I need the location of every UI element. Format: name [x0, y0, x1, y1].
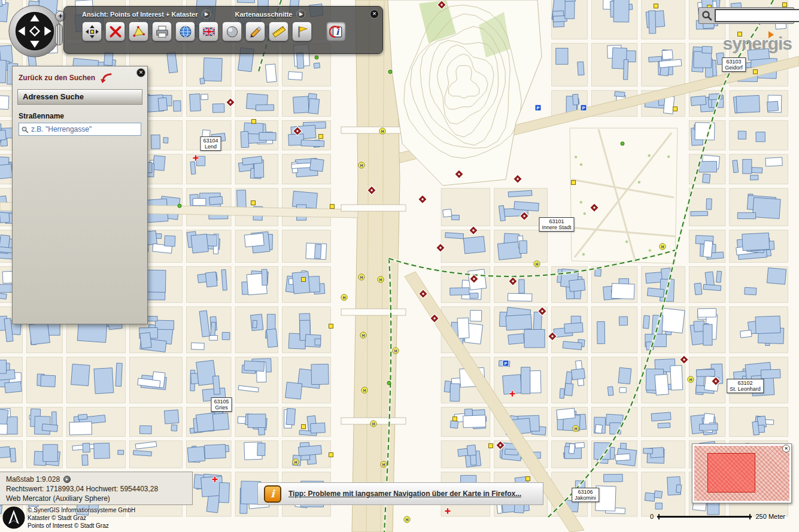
marker-h: H — [381, 461, 387, 467]
svg-text:H: H — [363, 388, 366, 393]
view-menu-arrow-icon[interactable] — [202, 10, 211, 19]
streetname-input-wrap — [19, 123, 141, 136]
scalebar: 0 250 Meter — [650, 511, 785, 522]
marker-h: H — [361, 387, 367, 393]
marker-h: H — [573, 425, 579, 431]
measure-area-tool[interactable] — [129, 22, 148, 41]
pan-compass[interactable] — [7, 4, 62, 59]
svg-text:H: H — [360, 275, 363, 279]
tool-button-row: i — [64, 20, 382, 41]
draw-tool[interactable] — [245, 22, 265, 41]
scale-text: Maßstab 1:9.028 — [6, 475, 60, 484]
print-tool[interactable] — [152, 22, 172, 41]
marker-h: H — [341, 294, 347, 300]
logo-accent-icon — [768, 31, 774, 38]
print-tool-icon — [155, 25, 169, 39]
address-search-panel: Zurück zu den Suchen Adressen Suche Stra… — [12, 66, 148, 324]
svg-text:H: H — [575, 427, 578, 431]
search-icon — [701, 10, 713, 22]
toolbar-drag-handle[interactable] — [55, 24, 63, 45]
district-label: 63101Innere Stadt — [539, 217, 574, 232]
globe-tool-icon — [178, 25, 193, 39]
svg-text:H: H — [406, 518, 409, 522]
draw-tool-icon — [248, 25, 263, 39]
marker-sq — [654, 4, 658, 8]
extents-label: Kartenausschnitte — [235, 11, 292, 18]
extents-menu-arrow-icon[interactable] — [296, 10, 305, 19]
back-arrow-icon — [100, 72, 113, 83]
marker-sq — [673, 107, 678, 111]
marker-h: H — [404, 516, 410, 522]
overview-close-icon[interactable] — [782, 445, 790, 452]
marker-g — [178, 204, 181, 208]
synergis-logo: synergis — [723, 34, 792, 54]
marker-h: H — [359, 162, 364, 168]
marker-sq — [329, 324, 333, 329]
svg-text:H: H — [343, 296, 346, 300]
measure-tool-icon — [272, 25, 286, 39]
marker-h: H — [393, 348, 399, 354]
back-label[interactable]: Zurück zu den Suchen — [19, 74, 95, 82]
panel-close-icon[interactable] — [136, 68, 145, 77]
svg-text:P: P — [582, 105, 585, 111]
marker-p: P — [581, 105, 587, 111]
tip-bar: Tipp: Probleme mit langsamer Navigation … — [257, 482, 543, 505]
marker-h: H — [660, 244, 666, 250]
view-label: Ansicht: Points of Interest + Kataster — [82, 11, 198, 18]
marker-h: H — [688, 376, 694, 382]
measure-tool[interactable] — [269, 22, 288, 41]
main-toolbar: Ansicht: Points of Interest + Kataster K… — [63, 6, 383, 54]
marker-h: H — [378, 276, 384, 282]
svg-text:H: H — [661, 245, 664, 249]
tip-link[interactable]: Tipp: Probleme mit langsamer Navigation … — [288, 490, 521, 498]
overview-map-image[interactable] — [694, 446, 789, 501]
streetname-input[interactable] — [31, 125, 139, 133]
svg-text:H: H — [536, 262, 539, 266]
identify-info-tool-icon: i — [329, 25, 344, 39]
marker-sq — [330, 205, 335, 209]
measure-area-tool-icon — [132, 25, 146, 39]
bookmark-flag-tool[interactable] — [292, 22, 312, 41]
marker-sq — [251, 201, 256, 205]
weboffice-gis-app: HHHHHHHHHHHHHHHHPPP 63104Lend63101Innere… — [0, 0, 799, 532]
marker-h: H — [534, 261, 540, 267]
district-label: 63106Jakomini — [572, 488, 599, 502]
delete-redline-tool[interactable] — [105, 22, 125, 41]
panel-title: Adressen Suche — [17, 89, 142, 105]
district-label: 63104Lend — [200, 136, 221, 151]
district-label: 63103Geidorf — [722, 57, 746, 72]
svg-text:H: H — [360, 163, 363, 168]
globe-tool[interactable] — [175, 22, 195, 41]
copyright-line: © SynerGIS Informationssysteme GmbH — [28, 506, 182, 514]
marker-sq — [302, 425, 306, 429]
scalebar-line — [657, 516, 752, 518]
sphere-tool-icon — [225, 25, 239, 39]
search-input[interactable] — [715, 9, 799, 22]
marker-g — [315, 56, 318, 59]
marker-h: H — [379, 128, 385, 134]
svg-text:H: H — [382, 463, 385, 467]
identify-info-tool[interactable]: i — [326, 22, 346, 41]
svg-text:H: H — [362, 333, 365, 338]
copyright-line: Kataster © Stadt Graz — [28, 514, 182, 522]
stadtpark — [570, 128, 678, 263]
marker-sq — [453, 417, 457, 421]
global-search-box — [698, 7, 794, 24]
overview-extent-rect[interactable] — [707, 453, 755, 493]
logo-text: synergis — [723, 34, 792, 53]
language-flag-tool[interactable] — [199, 22, 218, 41]
sphere-tool[interactable] — [222, 22, 242, 41]
scale-select-icon[interactable] — [63, 476, 71, 483]
marker-sq — [319, 135, 323, 139]
marker-g — [388, 70, 392, 74]
compass-icon — [7, 4, 62, 59]
marker-p: P — [535, 105, 541, 111]
svg-text:H: H — [689, 378, 692, 382]
marker-sq — [754, 70, 758, 74]
toolbar-close-icon[interactable] — [370, 10, 379, 19]
back-to-searches[interactable]: Zurück zu den Suchen — [13, 66, 147, 87]
marker-sq — [489, 444, 493, 448]
marker-sq — [783, 3, 787, 7]
pan-tool[interactable] — [82, 22, 102, 41]
marker-sq — [252, 120, 256, 124]
